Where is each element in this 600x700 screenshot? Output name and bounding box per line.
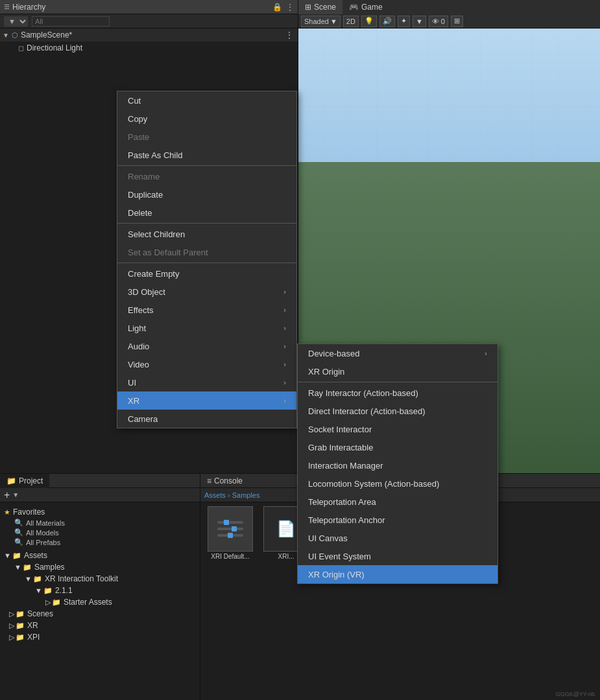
menu-item-xr[interactable]: XR ›	[117, 391, 296, 410]
device-based-arrow: ›	[485, 349, 487, 357]
asset-label-xri: XRI...	[278, 553, 294, 560]
console-tab[interactable]: ≡ Console	[200, 474, 249, 488]
menu-item-create-empty[interactable]: Create Empty	[117, 264, 296, 283]
gizmos-toggle[interactable]: ▼	[413, 16, 426, 27]
3d-object-arrow: ›	[283, 288, 286, 296]
menu-item-set-default-parent[interactable]: Set as Default Parent	[117, 243, 296, 261]
xr-item-socket-interactor[interactable]: Socket Interactor	[298, 420, 498, 438]
xpi-expand-icon: ▷	[9, 633, 14, 642]
teleportation-area-label: Teleportation Area	[308, 497, 376, 507]
slider-handle-2	[232, 526, 237, 531]
3d-object-label: 3D Object	[128, 287, 165, 297]
audio-toggle[interactable]: 🔊	[379, 16, 395, 27]
favorites-label: Favorites	[13, 508, 45, 517]
more-icon[interactable]: ⋮	[286, 3, 294, 12]
xr-item-direct-interactor[interactable]: Direct Interactor (Action-based)	[298, 402, 498, 420]
tab-project[interactable]: 📁 Project	[0, 474, 49, 488]
samples-header[interactable]: ▼ 📁 Samples	[14, 561, 196, 573]
xr-item-device-based[interactable]: Device-based ›	[298, 344, 498, 362]
hierarchy-search-dropdown[interactable]: ▼	[4, 16, 28, 27]
project-tab-label: Project	[19, 476, 43, 485]
menu-item-cut[interactable]: Cut	[117, 91, 296, 110]
xr-item-teleportation-anchor[interactable]: Teleportation Anchor	[298, 511, 498, 529]
starter-assets-header[interactable]: ▷ 📁 Starter Assets	[45, 596, 196, 608]
eye-toggle[interactable]: 👁 0	[429, 16, 448, 27]
search-icon-models: 🔍	[14, 528, 23, 537]
menu-item-effects[interactable]: Effects ›	[117, 301, 296, 319]
light-toggle[interactable]: 💡	[361, 16, 377, 27]
assets-header[interactable]: ▼ 📁 Assets	[4, 550, 196, 561]
teleportation-anchor-label: Teleportation Anchor	[308, 515, 385, 525]
xr-item-locomotion-system[interactable]: Locomotion System (Action-based)	[298, 474, 498, 493]
menu-separator-2	[117, 223, 296, 224]
menu-item-duplicate[interactable]: Duplicate	[117, 185, 296, 204]
menu-item-paste-as-child[interactable]: Paste As Child	[117, 146, 296, 164]
xr-item-xr-origin-vr[interactable]: XR Origin (VR)	[298, 565, 498, 583]
all-models-item[interactable]: 🔍 All Models	[14, 528, 196, 537]
xr-item-grab-interactable[interactable]: Grab Interactable	[298, 438, 498, 456]
aspect-toggle[interactable]: ⊞	[451, 16, 463, 27]
xri-header[interactable]: ▼ 📁 XR Interaction Toolkit	[25, 573, 196, 585]
menu-item-video[interactable]: Video ›	[117, 355, 296, 373]
add-button[interactable]: +	[4, 490, 10, 500]
video-arrow: ›	[283, 360, 286, 368]
xri-subsection: ▼ 📁 XR Interaction Toolkit ▼ 📁 2.1.1	[14, 573, 196, 608]
hierarchy-scene-item[interactable]: ▼ ⬡ SampleScene* ⋮	[0, 29, 298, 41]
xr-item-ray-interactor[interactable]: Ray Interactor (Action-based)	[298, 384, 498, 402]
favorites-section: ★ Favorites 🔍 All Materials 🔍 All Models…	[4, 506, 196, 547]
version-label: 2.1.1	[55, 586, 73, 595]
menu-item-copy[interactable]: Copy	[117, 110, 296, 128]
hierarchy-search-input[interactable]	[32, 16, 110, 27]
assets-expand-icon: ▼	[4, 552, 11, 559]
xr-item[interactable]: ▷ 📁 XR	[4, 620, 196, 631]
breadcrumb-assets[interactable]: Assets	[204, 491, 226, 499]
xpi-folder-icon: 📁	[16, 633, 25, 642]
game-tab-label: Game	[361, 3, 383, 12]
all-prefabs-item[interactable]: 🔍 All Prefabs	[14, 537, 196, 547]
lock-icon[interactable]: 🔒	[272, 3, 282, 12]
hierarchy-title: Hierarchy	[12, 3, 272, 12]
fx-toggle[interactable]: ✦	[398, 16, 410, 27]
hierarchy-header: ☰ Hierarchy 🔒 ⋮	[0, 0, 298, 14]
xr-separator-1	[298, 382, 498, 382]
select-children-label: Select Children	[128, 229, 185, 239]
2d-mode-button[interactable]: 2D	[343, 16, 359, 27]
breadcrumb-sep-1: ›	[228, 491, 230, 499]
xr-item-ui-event-system[interactable]: UI Event System	[298, 547, 498, 565]
scenes-item[interactable]: ▷ 📁 Scenes	[4, 608, 196, 620]
folder-icon: 📁	[12, 552, 21, 560]
menu-item-ui[interactable]: UI ›	[117, 373, 296, 391]
xr-item-interaction-manager[interactable]: Interaction Manager	[298, 456, 498, 474]
menu-item-paste[interactable]: Paste	[117, 128, 296, 146]
scene-menu-button[interactable]: ⋮	[285, 30, 298, 40]
shading-dropdown[interactable]: Shaded ▼	[301, 16, 341, 27]
scene-game-tabs: ⊞ Scene 🎮 Game	[298, 0, 600, 14]
menu-item-audio[interactable]: Audio ›	[117, 337, 296, 355]
directional-light-label: Directional Light	[27, 43, 82, 52]
2d-label: 2D	[346, 18, 355, 25]
menu-item-camera[interactable]: Camera	[117, 410, 296, 428]
menu-item-delete[interactable]: Delete	[117, 204, 296, 222]
all-prefabs-label: All Prefabs	[26, 539, 60, 546]
tab-scene[interactable]: ⊞ Scene	[298, 0, 342, 14]
menu-item-3d-object[interactable]: 3D Object ›	[117, 283, 296, 301]
version-header[interactable]: ▼ 📁 2.1.1	[35, 585, 196, 596]
xr-item-ui-canvas[interactable]: UI Canvas	[298, 529, 498, 547]
xpi-item[interactable]: ▷ 📁 XPI	[4, 631, 196, 643]
menu-item-light[interactable]: Light ›	[117, 319, 296, 337]
asset-item-xri-default[interactable]: XRI Default...	[204, 506, 256, 560]
all-materials-item[interactable]: 🔍 All Materials	[14, 518, 196, 528]
ui-event-system-label: UI Event System	[308, 552, 371, 561]
xr-item-teleportation-area[interactable]: Teleportation Area	[298, 493, 498, 511]
scenes-folder-icon: 📁	[16, 610, 25, 618]
menu-item-select-children[interactable]: Select Children	[117, 225, 296, 243]
audio-arrow: ›	[283, 342, 286, 350]
xr-item-xr-origin[interactable]: XR Origin	[298, 362, 498, 380]
tab-game[interactable]: 🎮 Game	[342, 0, 389, 14]
menu-separator-3	[117, 262, 296, 263]
menu-item-rename[interactable]: Rename	[117, 167, 296, 185]
breadcrumb-samples[interactable]: Samples	[232, 491, 260, 499]
hierarchy-directional-light[interactable]: ◻ Directional Light	[0, 41, 298, 54]
favorites-header[interactable]: ★ Favorites	[4, 506, 196, 518]
cut-label: Cut	[128, 96, 141, 106]
